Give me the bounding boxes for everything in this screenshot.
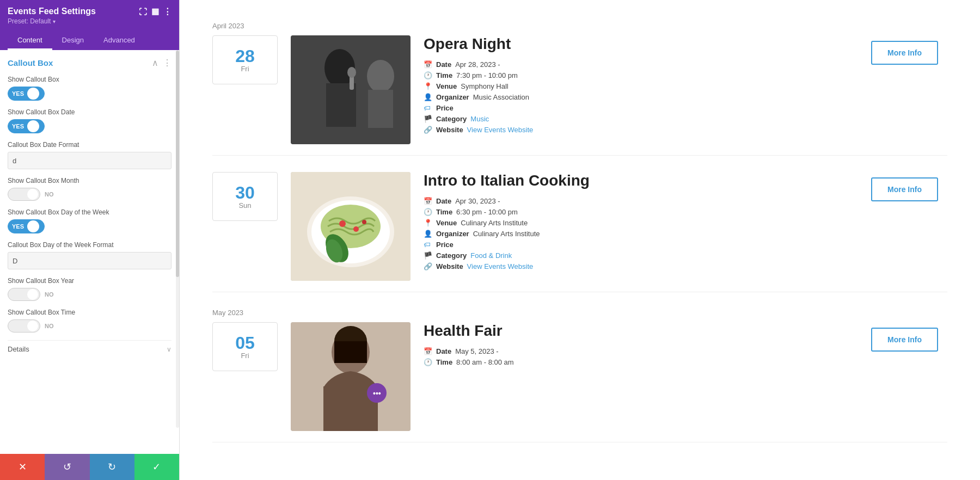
- toggle-show-callout-box-month[interactable]: [8, 188, 40, 201]
- toggle-show-callout-box-date[interactable]: YES: [8, 119, 45, 133]
- preset-chevron-icon: ▾: [53, 19, 56, 24]
- setting-show-callout-box-month: Show Callout Box Month NO: [8, 177, 171, 201]
- person-icon-opera: 👤: [424, 93, 432, 101]
- event-image-cooking: [291, 172, 411, 281]
- cancel-icon: ✕: [19, 461, 27, 473]
- section-header: Callout Box ∧ ⋮: [8, 58, 171, 68]
- tab-design[interactable]: Design: [52, 32, 94, 50]
- svg-point-4: [347, 67, 356, 78]
- event-meta-cooking: 📅 Date Apr 30, 2023 - 🕐 Time 6:30 pm - 1…: [424, 197, 858, 270]
- toggle-show-callout-box-year[interactable]: [8, 288, 40, 301]
- panel-body: Callout Box ∧ ⋮ Show Callout Box YES: [0, 50, 179, 454]
- category-link-cooking[interactable]: Food & Drink: [470, 251, 512, 260]
- scrollbar-area: [176, 50, 179, 428]
- undo-button[interactable]: ↺: [45, 454, 89, 480]
- meta-organizer-opera: 👤 Organizer Music Association: [424, 93, 858, 101]
- redo-button[interactable]: ↻: [90, 454, 134, 480]
- meta-date-opera: 📅 Date Apr 28, 2023 -: [424, 60, 858, 69]
- meta-date-health: 📅 Date May 5, 2023 -: [424, 347, 858, 355]
- category-link-opera[interactable]: Music: [470, 115, 489, 123]
- toggle-wrap-show-callout-box-day: YES: [8, 219, 171, 233]
- location-icon-opera: 📍: [424, 82, 432, 90]
- scrollbar-track: [176, 50, 179, 428]
- setting-label-show-callout-box: Show Callout Box: [8, 76, 171, 83]
- clock-icon-health: 🕐: [424, 358, 432, 366]
- meta-price-cooking: 🏷 Price: [424, 241, 858, 249]
- setting-show-callout-box: Show Callout Box YES: [8, 76, 171, 101]
- setting-show-callout-box-time: Show Callout Box Time NO: [8, 309, 171, 333]
- input-callout-box-date-format[interactable]: [8, 152, 171, 169]
- meta-category-opera: 🏴 Category Music: [424, 115, 858, 123]
- setting-show-callout-box-year: Show Callout Box Year NO: [8, 277, 171, 301]
- callout-weekday-health: Fri: [241, 352, 249, 360]
- toggle-wrap-show-callout-box-date: YES: [8, 119, 171, 133]
- setting-callout-box-date-format: Callout Box Date Format: [8, 141, 171, 169]
- month-label-april: April 2023: [212, 22, 947, 30]
- callout-weekday-cooking: Sun: [238, 201, 251, 210]
- svg-rect-6: [368, 90, 393, 128]
- toggle-off-label-month: NO: [45, 191, 54, 198]
- save-icon: ✓: [152, 461, 161, 473]
- setting-label-show-callout-box-time: Show Callout Box Time: [8, 309, 171, 316]
- month-label-may: May 2023: [212, 309, 947, 317]
- price-icon-opera: 🏷: [424, 104, 432, 112]
- panel-preset[interactable]: Preset: Default ▾: [8, 16, 171, 29]
- person-icon-cooking: 👤: [424, 230, 432, 238]
- event-details-cooking: Intro to Italian Cooking 📅 Date Apr 30, …: [424, 172, 858, 270]
- callout-day-opera: 28: [235, 47, 255, 65]
- callout-weekday-opera: Fri: [241, 65, 249, 73]
- input-callout-box-day-format[interactable]: [8, 252, 171, 269]
- callout-day-health: 05: [235, 334, 255, 352]
- toggle-show-callout-box-time[interactable]: [8, 319, 40, 333]
- left-panel: Events Feed Settings ⛶ ▦ ⋮ Preset: Defau…: [0, 0, 180, 480]
- tab-content[interactable]: Content: [8, 32, 52, 50]
- more-options-icon[interactable]: ⋮: [163, 7, 171, 16]
- svg-rect-19: [334, 341, 367, 363]
- svg-text:•••: •••: [373, 389, 381, 398]
- meta-category-cooking: 🏴 Category Food & Drink: [424, 251, 858, 260]
- toggle-show-callout-box[interactable]: YES: [8, 87, 45, 101]
- clock-icon-cooking: 🕐: [424, 208, 432, 216]
- cancel-button[interactable]: ✕: [0, 454, 45, 480]
- panel-title-icons: ⛶ ▦ ⋮: [139, 7, 171, 16]
- fullscreen-icon[interactable]: ⛶: [139, 7, 147, 16]
- meta-website-cooking: 🔗 Website View Events Website: [424, 262, 858, 270]
- section-collapse-icon[interactable]: ∧: [152, 58, 158, 68]
- details-row[interactable]: Details ∨: [8, 340, 171, 358]
- event-details-opera: Opera Night 📅 Date Apr 28, 2023 - 🕐 Time…: [424, 35, 858, 134]
- tab-advanced[interactable]: Advanced: [94, 32, 145, 50]
- svg-point-12: [353, 226, 359, 232]
- event-card-health-fair: 05 Fri ••• Health Fair: [212, 322, 947, 442]
- website-link-opera[interactable]: View Events Website: [467, 126, 534, 134]
- meta-venue-cooking: 📍 Venue Culinary Arts Institute: [424, 219, 858, 227]
- calendar-icon-cooking: 📅: [424, 197, 432, 205]
- more-info-button-cooking[interactable]: More Info: [871, 177, 938, 201]
- more-info-button-opera[interactable]: More Info: [871, 41, 938, 65]
- setting-label-callout-box-day-format: Callout Box Day of the Week Format: [8, 241, 171, 249]
- event-meta-opera: 📅 Date Apr 28, 2023 - 🕐 Time 7:30 pm - 1…: [424, 60, 858, 134]
- layout-icon[interactable]: ▦: [151, 7, 159, 16]
- more-info-button-health[interactable]: More Info: [871, 328, 938, 352]
- toggle-off-label-year: NO: [45, 291, 54, 298]
- section-more-icon[interactable]: ⋮: [163, 58, 171, 68]
- setting-label-show-callout-box-day: Show Callout Box Day of the Week: [8, 208, 171, 216]
- event-card-opera-night: 28 Fri Opera Night 📅 Date: [212, 35, 947, 156]
- more-info-cooking: More Info: [871, 172, 947, 201]
- callout-day-cooking: 30: [235, 184, 255, 201]
- event-title-health: Health Fair: [424, 322, 858, 340]
- event-image-health: •••: [291, 322, 411, 431]
- setting-show-callout-box-date: Show Callout Box Date YES: [8, 108, 171, 133]
- undo-icon: ↺: [63, 461, 71, 473]
- save-button[interactable]: ✓: [134, 454, 179, 480]
- setting-callout-box-day-format: Callout Box Day of the Week Format: [8, 241, 171, 269]
- price-icon-cooking: 🏷: [424, 241, 432, 249]
- toggle-off-label-time: NO: [45, 323, 54, 329]
- calendar-icon-health: 📅: [424, 347, 432, 355]
- bottom-toolbar: ✕ ↺ ↻ ✓: [0, 454, 179, 480]
- toggle-show-callout-box-day[interactable]: YES: [8, 219, 45, 233]
- event-card-cooking: 30 Sun: [212, 172, 947, 292]
- website-link-cooking[interactable]: View Events Website: [467, 262, 534, 270]
- scrollbar-thumb[interactable]: [176, 51, 179, 277]
- link-icon-opera: 🔗: [424, 126, 432, 134]
- meta-time-health: 🕐 Time 8:00 am - 8:00 am: [424, 358, 858, 366]
